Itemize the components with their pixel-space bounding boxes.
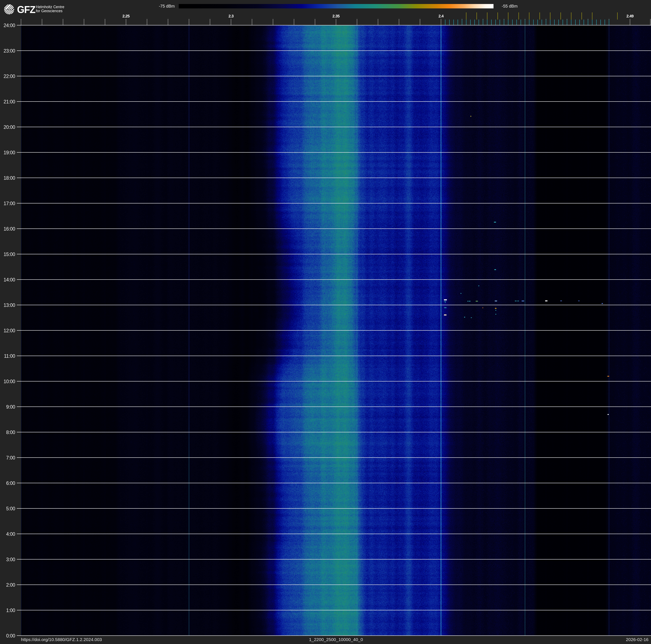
logo-name-line2: for Geosciences: [36, 9, 64, 13]
time-axis-label: 19:00: [0, 150, 15, 155]
freq-tick-ble-channel: [491, 20, 492, 25]
freq-tick-ble-channel: [575, 20, 576, 25]
freq-tick-ble-channel: [563, 20, 563, 25]
time-axis-label: 8:00: [0, 430, 15, 435]
time-axis-label: 3:00: [0, 557, 15, 562]
time-axis-label: 11:00: [0, 354, 15, 358]
freq-tick-major: [420, 19, 420, 25]
time-axis-label: 2:00: [0, 583, 15, 587]
freq-tick-wifi-channel: [560, 12, 561, 20]
freq-tick-major: [105, 19, 105, 25]
hour-grid-line: [17, 432, 651, 432]
gfz-logo-name: Helmholtz Centre for Geosciences: [36, 5, 64, 13]
time-axis-label: 13:00: [0, 303, 15, 308]
hour-grid-line: [17, 229, 651, 229]
freq-tick-ble-channel: [596, 20, 597, 25]
freq-tick-ble-channel: [512, 20, 513, 25]
logo-name-line1: Helmholtz Centre: [36, 5, 64, 9]
freq-tick-major: [630, 19, 630, 25]
hour-grid-line: [17, 585, 651, 585]
freq-tick-major: [441, 19, 441, 25]
hour-grid-line: [17, 305, 651, 305]
freq-tick-ble-channel: [600, 20, 601, 25]
freq-tick-major: [273, 19, 273, 25]
freq-tick-major: [336, 19, 336, 25]
freq-tick-wifi-channel: [519, 12, 519, 20]
freq-tick-ble-channel: [571, 20, 571, 25]
freq-tick-ble-channel: [579, 20, 580, 25]
hour-grid-line: [17, 203, 651, 203]
hour-grid-line: [17, 356, 651, 356]
gfz-logo-acronym: GFZ: [17, 4, 35, 15]
freq-tick-ble-channel: [478, 20, 479, 25]
time-axis-label: 15:00: [0, 252, 15, 257]
freq-axis-label: 2.25: [122, 14, 130, 18]
freq-tick-wifi-channel: [539, 12, 540, 20]
freq-tick-ble-channel: [609, 20, 609, 25]
freq-tick-ble-channel: [558, 20, 559, 25]
freq-tick-wifi-channel: [508, 12, 508, 20]
freq-axis-label: 2.4: [438, 14, 443, 18]
freq-tick-major: [42, 19, 42, 25]
freq-tick-wifi-channel: [550, 12, 551, 20]
freq-tick-ble-channel: [508, 20, 508, 25]
freq-tick-major: [650, 19, 651, 25]
time-axis-label: 0:00: [0, 634, 15, 638]
hour-grid-line: [17, 51, 651, 51]
hour-grid-line: [17, 635, 651, 636]
freq-tick-ble-channel: [500, 20, 500, 25]
freq-tick-wifi-channel: [497, 12, 498, 20]
freq-tick-ble-channel: [533, 20, 534, 25]
freq-tick-ble-channel: [592, 20, 592, 25]
freq-tick-ble-channel: [466, 20, 466, 25]
freq-tick-ble-channel: [483, 20, 483, 25]
hour-grid-line: [17, 254, 651, 254]
freq-tick-wifi-channel: [582, 12, 582, 20]
time-axis-label: 24:00: [0, 23, 15, 28]
waterfall-page: { "header": { "logo": { "acronym": "GFZ"…: [0, 0, 651, 644]
freq-tick-ble-channel: [525, 20, 525, 25]
hour-grid-line: [17, 381, 651, 381]
freq-tick-wifi-channel: [476, 12, 477, 20]
hour-grid-line: [17, 279, 651, 280]
freq-tick-wifi-channel: [487, 12, 488, 20]
freq-tick-ble-channel: [504, 20, 504, 25]
time-axis-label: 5:00: [0, 506, 15, 511]
freq-tick-major: [231, 19, 231, 25]
freq-tick-ble-channel: [521, 20, 521, 25]
freq-tick-major: [84, 19, 84, 25]
time-axis-label: 21:00: [0, 99, 15, 104]
power-colorbar: [179, 4, 494, 8]
freq-axis-label: 2.3: [228, 14, 234, 18]
hour-grid-line: [17, 178, 651, 178]
freq-tick-wifi-channel: [592, 12, 593, 20]
freq-tick-major: [168, 19, 168, 25]
freq-tick-major: [294, 19, 294, 25]
footer-date: 2026-02-16: [626, 637, 649, 642]
freq-tick-ble-channel: [546, 20, 546, 25]
hour-grid-line: [17, 534, 651, 534]
freq-tick-major: [399, 19, 399, 25]
time-axis-label: 9:00: [0, 405, 15, 409]
hour-grid-line: [17, 152, 651, 153]
colorbar-min-label: -75 dBm: [159, 4, 175, 9]
freq-tick-major: [147, 19, 147, 25]
freq-tick-ble-channel: [567, 20, 567, 25]
footer-dataset-name: 1_2200_2500_10000_40_0: [309, 637, 363, 642]
time-axis-label: 6:00: [0, 481, 15, 486]
freq-tick-major: [315, 19, 315, 25]
freq-tick-major: [189, 19, 189, 25]
freq-tick-ble-channel: [470, 20, 471, 25]
freq-tick-ble-channel: [537, 20, 538, 25]
freq-tick-ble-channel: [604, 20, 605, 25]
freq-tick-ble-channel: [517, 20, 517, 25]
time-axis-label: 20:00: [0, 125, 15, 130]
hour-grid-line: [17, 127, 651, 127]
freq-tick-major: [126, 19, 126, 25]
time-axis-label: 22:00: [0, 74, 15, 79]
hour-grid-line: [17, 457, 651, 458]
freq-tick-wifi-channel: [466, 12, 467, 20]
hour-grid-line: [17, 407, 651, 407]
gfz-logo-icon: [4, 4, 14, 14]
freq-axis-label: 2.49: [626, 14, 633, 18]
